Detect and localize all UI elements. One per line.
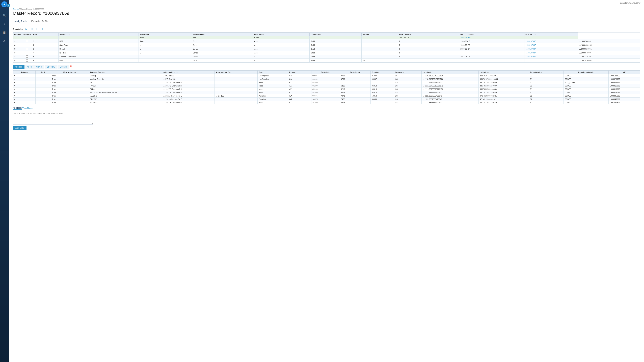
addr-actions: ▾ <box>13 94 36 97</box>
col-credentials: Credentials <box>310 33 362 36</box>
addr-mdx: True <box>51 87 89 91</box>
row-ref: 1 <box>32 39 58 43</box>
addr-mk: 1000816092 <box>608 84 640 87</box>
addr-actions: ▾ <box>13 81 36 84</box>
addr-region: AZ <box>288 81 311 84</box>
svg-point-2 <box>4 4 5 5</box>
row-cred <box>362 39 398 43</box>
addr-chevron[interactable]: ▾ <box>14 98 15 100</box>
map-icon[interactable]: 📍 <box>69 65 72 68</box>
breadcrumb-search-link[interactable]: Search <box>13 8 18 10</box>
addr-chevron[interactable]: ▾ <box>14 85 15 87</box>
addr-col-actions: Actions <box>13 70 36 74</box>
addr-city: Puyallup <box>258 97 288 101</box>
addr-country: US <box>394 87 422 91</box>
provider-settings-btn[interactable] <box>40 27 44 31</box>
addr-type: Primary <box>89 84 162 87</box>
addr-col-longitude: Longitude ‹ <box>422 70 479 74</box>
addr-ref <box>36 81 51 84</box>
sidebar-item-search[interactable]: 🔍 <box>1 12 8 18</box>
addr-post4: 6216 <box>340 84 370 87</box>
sidebar: › 🔍 ⌂ 📋 ⚙ <box>0 0 9 362</box>
provider-merge-btn[interactable] <box>30 27 34 31</box>
addr-usps: NOT_CODED <box>564 81 608 84</box>
sub-tab-comm[interactable]: Comm <box>34 65 44 69</box>
addr-line2 <box>214 84 258 87</box>
add-note-tab[interactable]: Add Note <box>13 106 22 110</box>
notes-tabs: Add Note View Notes <box>13 106 640 110</box>
sub-tab-alt-id[interactable]: Alt Id <box>25 65 34 69</box>
addr-country: US <box>394 91 422 94</box>
master-system: ... <box>58 36 139 39</box>
notes-textarea[interactable] <box>13 111 93 124</box>
provider-table: Actions Unmerge Ref# System Id ‹ › First… <box>13 32 640 62</box>
addr-col-latitude: Latitude ‹ › <box>479 70 529 74</box>
addr-result: 31 <box>529 74 564 77</box>
master-orig-mk: ... <box>524 36 578 39</box>
addr-chevron[interactable]: ▾ <box>14 101 15 103</box>
col-last-name: Last Name ‹ › <box>253 33 310 36</box>
tab-expanded-profile[interactable]: Expanded Profile <box>30 18 51 24</box>
address-row: ▾ True MEDICAL RECORDS ADDRESS ... 1917 … <box>13 91 640 94</box>
view-notes-tab[interactable]: View Notes <box>22 106 32 110</box>
addr-city: Mesa <box>258 87 288 91</box>
addr-post: 85209 <box>311 84 340 87</box>
addr-latitude: 33.37833583240339 <box>479 91 529 94</box>
addr-line2 <box>214 97 258 101</box>
addr-line1: ... 1917 S Crismon Rd <box>162 87 214 91</box>
addr-type: MAILING <box>89 101 162 104</box>
addr-col-postcode: Post Code <box>311 70 340 74</box>
addr-chevron[interactable]: ▾ <box>14 95 15 97</box>
col-ref: Ref# <box>32 33 58 36</box>
addr-col-postcode4: Post Code4 <box>340 70 370 74</box>
addr-result: 21 <box>529 81 564 84</box>
addr-chevron[interactable]: ▾ <box>14 88 15 90</box>
addr-col-ref: Ref# <box>36 70 51 74</box>
addr-col-type: Address Type ‹ › › <box>89 70 162 74</box>
addr-result: 31 <box>529 87 564 91</box>
tab-identity-profile[interactable]: Identity Profile <box>13 18 30 24</box>
addr-ref <box>36 74 51 77</box>
addr-line2: ... Ste 120 <box>214 94 258 97</box>
svg-point-6 <box>42 29 43 29</box>
row-orig-mk: ... 1000508931 <box>578 39 640 43</box>
sub-tab-license[interactable]: License <box>58 65 69 69</box>
addr-line2 <box>214 81 258 84</box>
addr-type: OFFICE <box>89 97 162 101</box>
user-menu[interactable]: dane.low@gaine.com ▾ <box>620 2 641 4</box>
addr-chevron[interactable]: ▾ <box>14 78 15 80</box>
addr-usps: CODED <box>564 101 608 104</box>
addr-city: Mesa <box>258 91 288 94</box>
addr-chevron[interactable]: ▾ <box>14 81 15 83</box>
addr-chevron[interactable]: ▾ <box>14 91 15 93</box>
add-note-button[interactable]: Add Note <box>13 126 26 130</box>
addr-mdx: True <box>51 74 89 77</box>
sub-tabs: Address Alt Id Comm Specialty License 📍 <box>13 65 640 69</box>
breadcrumb: Search / Master Record #1000937869 <box>13 8 640 10</box>
master-gender: F <box>362 36 398 39</box>
addr-line2 <box>214 77 258 81</box>
provider-search-btn[interactable] <box>24 27 28 31</box>
addr-usps: CODED <box>564 94 608 97</box>
addr-post4: 7472 <box>340 94 370 97</box>
col-dob: Date Of Birth ‹ <box>398 33 459 36</box>
sidebar-item-home[interactable]: ⌂ <box>1 21 8 27</box>
sidebar-item-records[interactable]: 📋 <box>1 29 8 35</box>
addr-region: AZ <box>288 87 311 91</box>
sidebar-toggle[interactable]: › <box>7 4 10 7</box>
col-middle-name: Middle Name ‹ <box>192 33 253 36</box>
addr-mdx: True <box>51 84 89 87</box>
row-unmerge[interactable] <box>22 39 32 43</box>
addr-chevron[interactable]: ▾ <box>14 75 15 77</box>
svg-point-3 <box>25 28 27 30</box>
sub-tab-address[interactable]: Address <box>13 65 24 69</box>
sidebar-item-settings[interactable]: ⚙ <box>1 38 8 44</box>
addr-latitude: 33.37833583240339 <box>479 84 529 87</box>
col-system-id: System Id ‹ › <box>58 33 139 36</box>
provider-row: 6 DEA ... Janet A Smith NP ... 100142080… <box>13 59 640 62</box>
provider-play-btn[interactable] <box>35 27 39 31</box>
addr-line2 <box>214 74 258 77</box>
addr-mk: 1001420809 <box>608 101 640 104</box>
sub-tab-specialty[interactable]: Specialty <box>45 65 57 69</box>
addr-post: 98375 <box>311 97 340 101</box>
